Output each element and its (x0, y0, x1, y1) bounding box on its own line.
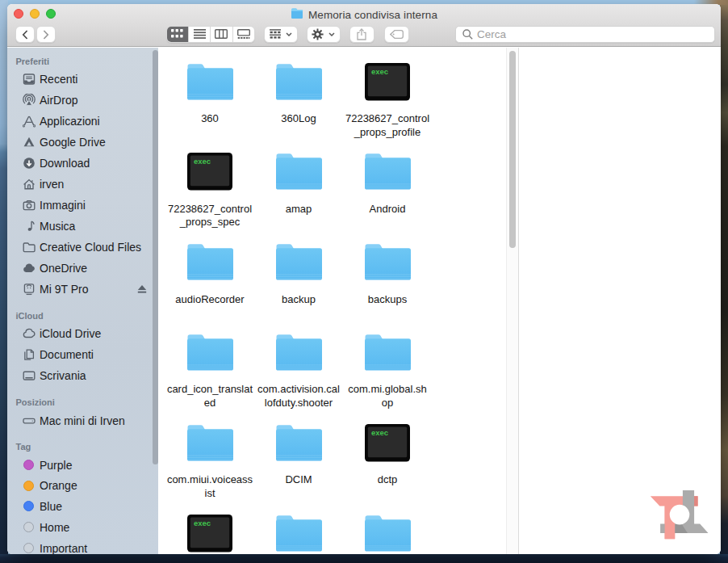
svg-text:exec: exec (194, 157, 211, 166)
svg-text:exec: exec (371, 66, 388, 75)
svg-text:exec: exec (371, 427, 388, 436)
svg-text:exec: exec (194, 518, 211, 527)
